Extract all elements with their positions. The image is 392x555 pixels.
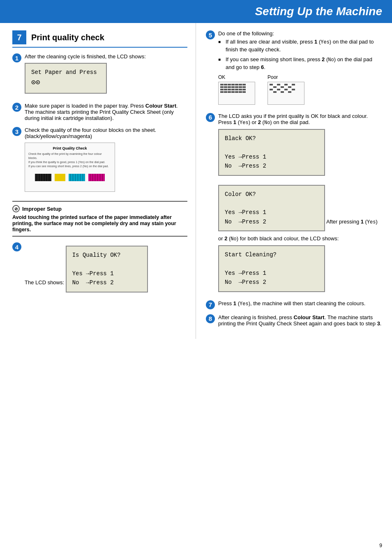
step5-intro: Do one of the following: [218, 30, 274, 37]
step6-lcd-black-l3: Yes →Press 1 [225, 152, 318, 161]
step1-row: 1 After the cleaning cycle is finished, … [12, 53, 187, 97]
step2-text1: Make sure paper is loaded in the paper t… [25, 103, 145, 109]
step3-row: 3 Check the quality of the four colour b… [12, 127, 187, 195]
step4-lcd-l1: Is Quality OK? [72, 251, 141, 260]
step6-lcd-color: Color OK? Yes →Press 1 No →Press 2 [218, 185, 325, 232]
color-block-magenta [88, 174, 105, 181]
left-column: 7 Print quality check 1 After the cleani… [0, 23, 196, 339]
color-block-yellow [55, 174, 65, 181]
step8-text: After cleaning is finished, press Colour… [218, 314, 381, 327]
section7-heading: Print quality check [31, 33, 104, 42]
step6-lcd-start-l2 [225, 259, 318, 268]
step4-lcd: Is Quality OK? Yes →Press 1 No →Press 2 [66, 246, 148, 292]
warning-text: Avoid touching the printed surface of th… [12, 214, 176, 233]
pci-lines: Check the quality of the print by examin… [28, 152, 111, 168]
step5-bullet2: If you can see missing short lines, pres… [218, 56, 382, 71]
warning-icon: ⊘ [12, 205, 20, 212]
step5-bullet1: If all lines are clear and visible, pres… [218, 38, 382, 53]
step4-content: The LCD shows: Is Quality OK? Yes →Press… [25, 242, 187, 296]
step2-row: 2 Make sure paper is loaded in the paper… [12, 103, 187, 121]
warning-title: ⊘ Improper Setup [12, 205, 187, 212]
step1-text: After the cleaning cycle is finished, th… [25, 53, 146, 60]
quality-compare: OK [218, 74, 382, 105]
step4-lcd-l4: No →Press 2 [72, 278, 141, 287]
step2-text3: The machine starts printing the Print Qu… [25, 109, 174, 121]
step2-badge: 2 [12, 103, 21, 112]
step6-text: The LCD asks you if the print quality is… [218, 113, 368, 125]
step8-badge: 8 [206, 314, 215, 323]
step2-text2: . [176, 103, 178, 109]
step6-lcd-color-l4: No →Press 2 [225, 217, 318, 226]
warning-box: ⊘ Improper Setup Avoid touching the prin… [12, 201, 187, 237]
step6-row: 6 The LCD asks you if the print quality … [206, 113, 382, 295]
step4-lcd-l2 [72, 260, 141, 269]
step3-text1: Check the quality of the four colour blo… [25, 127, 156, 133]
page-number: 9 [379, 543, 382, 548]
step2-bold: Colour Start [145, 103, 176, 109]
step6-lcd-black-l1: Black OK? [225, 134, 318, 143]
print-check-sheet: Print Quality Check Check the quality of… [25, 143, 115, 192]
quality-ok-label: OK [218, 74, 255, 80]
step1-lcd: Set Paper and Press ⊙⊙ [25, 63, 107, 94]
step5-badge: 5 [206, 30, 215, 39]
step5-row: 5 Do one of the following: If all lines … [206, 30, 382, 108]
quality-poor-label: Poor [267, 74, 304, 80]
step3-badge: 3 [12, 127, 21, 136]
step3-text2: (black/yellow/cyan/magenta) [25, 133, 92, 139]
step6-lcd-start-l4: No →Press 2 [225, 278, 318, 287]
step8-content: After cleaning is finished, press Colour… [218, 314, 382, 327]
step4-badge: 4 [12, 242, 21, 251]
step4-text: The LCD shows: [25, 279, 64, 286]
step6-lcd-start-l1: Start Cleaning? [225, 250, 318, 259]
step1-lcd-line1: Set Paper and Press [31, 68, 100, 77]
step6-lcd-color-l1: Color OK? [225, 190, 318, 199]
page-title: Setting Up the Machine [255, 5, 382, 18]
color-block-black [35, 174, 51, 181]
step6-lcd-black: Black OK? Yes →Press 1 No →Press 2 [218, 129, 325, 176]
pci-title: Print Quality Check [53, 146, 87, 150]
step7-row: 7 Press 1 (Yes), the machine will then s… [206, 300, 382, 309]
step1-badge: 1 [12, 53, 21, 62]
section7-badge: 7 [12, 30, 26, 44]
quality-poor-box: Poor [267, 74, 304, 105]
step1-content: After the cleaning cycle is finished, th… [25, 53, 187, 97]
step6-badge: 6 [206, 113, 215, 122]
step5-content: Do one of the following: If all lines ar… [218, 30, 382, 108]
step2-content: Make sure paper is loaded in the paper t… [25, 103, 187, 121]
step1-lcd-line2: ⊙⊙ [31, 77, 100, 89]
quality-ok-box: OK [218, 74, 255, 105]
step8-row: 8 After cleaning is finished, press Colo… [206, 314, 382, 327]
step6-lcd-color-l3: Yes →Press 1 [225, 208, 318, 217]
step6-lcd-color-l2 [225, 199, 318, 208]
step4-row: 4 The LCD shows: Is Quality OK? Yes →Pre… [12, 242, 187, 296]
color-blocks [35, 174, 105, 181]
step3-content: Check the quality of the four colour blo… [25, 127, 187, 195]
step4-lcd-l3: Yes →Press 1 [72, 269, 141, 278]
step6-content: The LCD asks you if the print quality is… [218, 113, 382, 295]
content-grid: 7 Print quality check 1 After the cleani… [0, 23, 392, 339]
step5-bullets: If all lines are clear and visible, pres… [218, 38, 382, 71]
step6-lcd-start: Start Cleaning? Yes →Press 1 No →Press 2 [218, 245, 325, 292]
step7-content: Press 1 (Yes), the machine will then sta… [218, 300, 382, 307]
step6-lcd-black-l4: No →Press 2 [225, 161, 318, 170]
color-block-cyan [69, 174, 85, 181]
step6-lcd-start-l3: Yes →Press 1 [225, 269, 318, 278]
page-wrapper: Setting Up the Machine 7 Print quality c… [0, 0, 392, 555]
step6-lcd-black-l2 [225, 143, 318, 152]
step7-badge: 7 [206, 300, 215, 309]
right-column: 5 Do one of the following: If all lines … [196, 23, 392, 339]
step7-text: Press 1 (Yes), the machine will then sta… [218, 300, 365, 306]
warning-heading: Improper Setup [22, 206, 62, 212]
section7-title-row: 7 Print quality check [12, 30, 187, 48]
page-header: Setting Up the Machine [0, 0, 392, 23]
